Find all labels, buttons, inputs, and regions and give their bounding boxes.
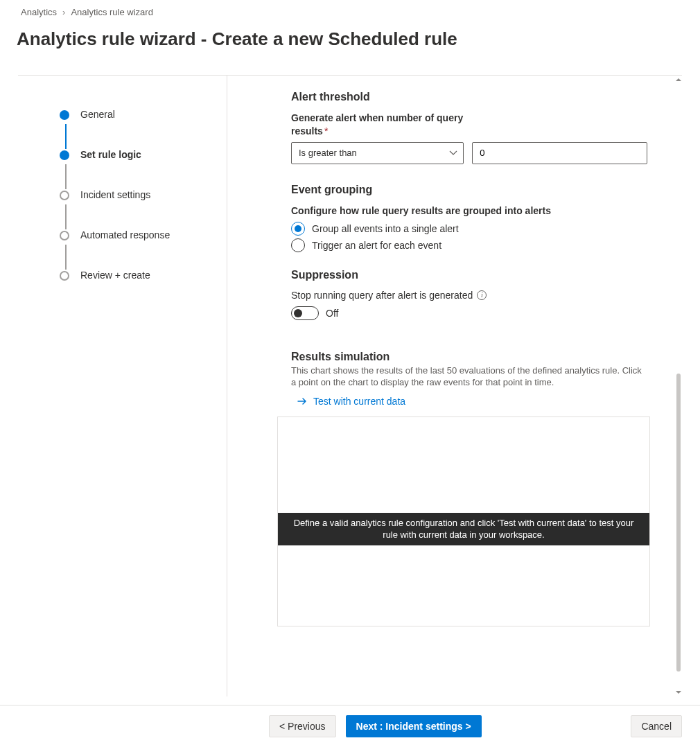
step-dot-icon [60, 231, 69, 240]
grouping-option-single-alert[interactable]: Group all events into a single alert [291, 222, 647, 236]
step-general[interactable]: General [60, 109, 213, 149]
test-with-current-data-link[interactable]: Test with current data [297, 396, 647, 407]
step-label: Automated response [80, 229, 170, 240]
next-button[interactable]: Next : Incident settings > [346, 715, 482, 737]
scroll-up-icon[interactable] [674, 76, 682, 84]
toggle-state-label: Off [326, 308, 338, 319]
page-title: Analytics rule wizard - Create a new Sch… [0, 21, 700, 53]
step-connector [65, 245, 67, 270]
suppression-label: Stop running query after alert is genera… [291, 290, 473, 301]
step-automated-response[interactable]: Automated response [60, 229, 213, 270]
radio-icon [291, 238, 305, 252]
threshold-value-input[interactable] [472, 142, 647, 164]
simulation-chart-placeholder: Define a valid analytics rule configurat… [277, 417, 650, 626]
step-incident-settings[interactable]: Incident settings [60, 189, 213, 229]
threshold-label: Generate alert when number of query resu… [291, 112, 471, 138]
breadcrumb-current: Analytics rule wizard [71, 7, 153, 17]
step-dot-icon [60, 150, 69, 160]
step-dot-icon [60, 191, 69, 200]
chart-lower-empty [278, 545, 649, 626]
grouping-radio-group: Group all events into a single alert Tri… [291, 222, 647, 252]
info-icon[interactable]: i [477, 290, 487, 300]
step-label: Incident settings [80, 189, 150, 200]
breadcrumb-parent[interactable]: Analytics [21, 7, 57, 17]
scroll-thumb[interactable] [676, 374, 681, 672]
step-label: Review + create [80, 270, 150, 281]
scroll-down-icon[interactable] [674, 688, 682, 696]
radio-label: Group all events into a single alert [312, 223, 459, 234]
step-connector [65, 204, 67, 229]
section-title-suppression: Suppression [291, 269, 647, 281]
simulation-banner: Define a valid analytics rule configurat… [278, 513, 649, 545]
toggle-knob-icon [294, 309, 302, 317]
grouping-label: Configure how rule query results are gro… [291, 204, 647, 218]
wizard-main: Alert threshold Generate alert when numb… [227, 76, 682, 696]
test-link-label: Test with current data [313, 396, 405, 407]
previous-button[interactable]: < Previous [269, 715, 336, 737]
suppression-toggle[interactable] [291, 306, 319, 320]
step-review-create[interactable]: Review + create [60, 270, 213, 281]
radio-icon [291, 222, 305, 236]
step-connector [65, 164, 67, 189]
step-label: General [80, 109, 115, 120]
wizard-area: General Set rule logic Incident settings… [18, 76, 682, 696]
threshold-label-text: Generate alert when number of query resu… [291, 112, 463, 137]
wizard-footer: < Previous Next : Incident settings > Ca… [0, 705, 700, 754]
breadcrumb: Analytics › Analytics rule wizard [0, 0, 700, 21]
chevron-right-icon: › [62, 7, 65, 17]
wizard-stepper: General Set rule logic Incident settings… [18, 76, 227, 696]
scrollbar[interactable] [675, 76, 682, 696]
step-label: Set rule logic [80, 149, 141, 160]
dropdown-selected-value: Is greater than [299, 148, 357, 158]
chevron-down-icon [449, 149, 457, 157]
radio-label: Trigger an alert for each event [312, 240, 441, 251]
threshold-operator-dropdown[interactable]: Is greater than [291, 142, 464, 164]
simulation-description: This chart shows the results of the last… [291, 365, 647, 389]
required-star-icon: * [324, 125, 328, 137]
grouping-option-each-event[interactable]: Trigger an alert for each event [291, 238, 647, 252]
step-dot-icon [60, 110, 69, 120]
arrow-right-icon [297, 396, 308, 407]
step-connector [65, 124, 67, 149]
step-set-rule-logic[interactable]: Set rule logic [60, 149, 213, 189]
section-title-alert-threshold: Alert threshold [291, 91, 647, 103]
step-dot-icon [60, 271, 69, 281]
section-title-event-grouping: Event grouping [291, 184, 647, 196]
section-title-results-simulation: Results simulation [291, 351, 647, 363]
chart-upper-empty [278, 417, 649, 513]
cancel-button[interactable]: Cancel [631, 715, 682, 737]
